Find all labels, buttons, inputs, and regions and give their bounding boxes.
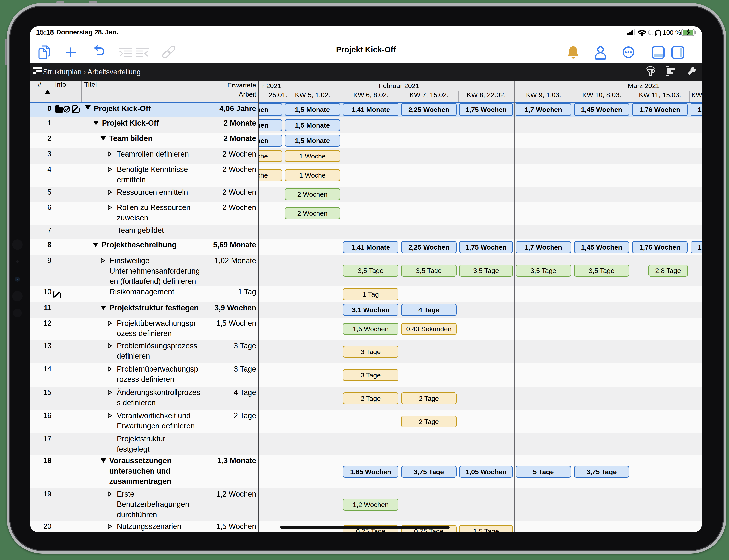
svg-text:100 %: 100 % xyxy=(663,29,681,36)
